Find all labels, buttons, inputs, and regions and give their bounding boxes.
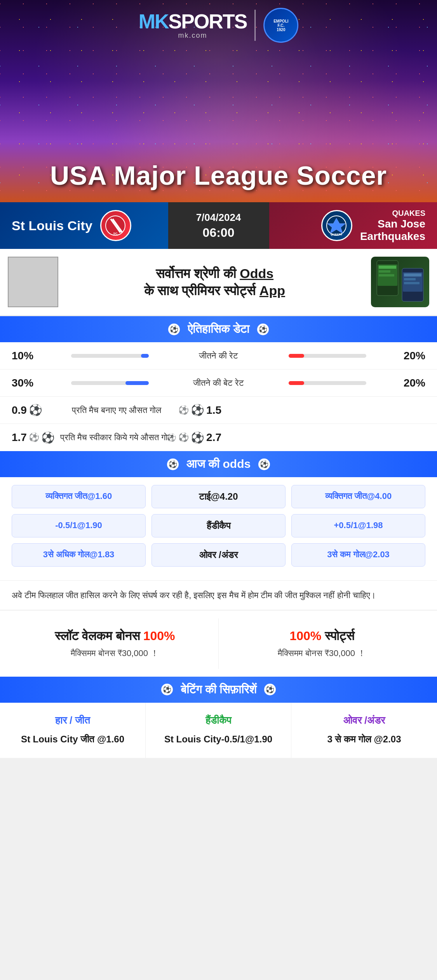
- svg-rect-10: [379, 270, 390, 273]
- odds-home-win[interactable]: व्यक्तिगत जीत@1.60: [12, 485, 146, 508]
- rec-value-ou: 3 से कम गोल @2.03: [299, 732, 429, 746]
- svg-rect-15: [404, 278, 416, 280]
- svg-rect-14: [404, 273, 421, 276]
- away-team-logo: QUAKES: [321, 210, 352, 241]
- svg-rect-11: [379, 274, 394, 276]
- notice-text: अवे टीम फिलहाल जीत हासिल करने के लिए संघ…: [0, 580, 437, 610]
- rec-type-ou: ओवर /अंडर: [299, 714, 429, 726]
- stat-home-goals-made: 0.9 ⚽: [12, 404, 58, 416]
- odds-row-ou: 3से अधिक गोल@1.83 ओवर /अंडर 3से कम गोल@2…: [12, 543, 425, 567]
- svg-text:QUAKES: QUAKES: [331, 233, 342, 236]
- rec-cell-win: हार / जीत St Louis City जीत @1.60: [0, 703, 146, 758]
- odds-ball-icon-left: ⚽: [167, 458, 179, 470]
- odds-ou-label: ओवर /अंडर: [151, 543, 286, 567]
- home-team-logo: SC: [100, 210, 131, 241]
- rec-value-handicap: St Louis City-0.5/1@1.90: [153, 732, 283, 746]
- match-center: 7/04/2024 06:00: [168, 202, 269, 249]
- stat-row-goals-conceded: 1.7 ⚽ ⚽ प्रति मैच स्वीकार किये गये औसत ग…: [0, 424, 437, 451]
- bar-fill-home-win: [141, 354, 149, 358]
- rec-grid: हार / जीत St Louis City जीत @1.60 हैंडीक…: [0, 703, 437, 758]
- match-header: St Louis City SC 7/04/2024 06:00 QUAKES …: [0, 202, 437, 249]
- stat-home-bet-rate: 30%: [12, 377, 58, 389]
- odds-section-content: व्यक्तिगत जीत@1.60 टाई@4.20 व्यक्तिगत जी…: [0, 477, 437, 580]
- rec-ball-icon-right: ⚽: [264, 684, 276, 695]
- svg-rect-16: [404, 282, 420, 284]
- stat-bar-away-win: [277, 354, 379, 358]
- ball-icon-away-2c: ⚽: [191, 431, 204, 444]
- odds-handicap-label: हैंडीकैप: [151, 514, 286, 537]
- odds-row-handicap: -0.5/1@1.90 हैंडीकैप +0.5/1@1.98: [12, 514, 425, 537]
- stat-row-bet-rate: 30% जीतने की बेट रेट 20%: [0, 369, 437, 397]
- rec-cell-handicap: हैंडीकैप St Louis City-0.5/1@1.90: [146, 703, 291, 758]
- rec-cell-ou: ओवर /अंडर 3 से कम गोल @2.03: [291, 703, 437, 758]
- away-team-section: QUAKES QUAKES San JoseEarthquakes: [269, 202, 437, 249]
- match-time: 06:00: [203, 226, 235, 240]
- ball-icon-away-1b: ⚽: [191, 404, 204, 416]
- odds-over[interactable]: 3से अधिक गोल@1.83: [12, 543, 146, 567]
- rec-section-header: ⚽ बेटिंग की सिफ़ारिशें ⚽: [0, 677, 437, 703]
- bonus-sports-card[interactable]: 100% स्पोर्ट्स मैक्सिमम बोनस ₹30,000 ！: [219, 618, 426, 669]
- soccer-ball-icon-left: ⚽: [168, 324, 180, 335]
- stat-away-bet-rate: 20%: [379, 377, 425, 389]
- rec-type-win: हार / जीत: [8, 714, 138, 726]
- odds-section-header: ⚽ आज की odds ⚽: [0, 451, 437, 477]
- stat-bar-home-win: [58, 354, 160, 358]
- stat-home-goals-conceded: 1.7 ⚽ ⚽: [12, 431, 58, 444]
- odds-row-win: व्यक्तिगत जीत@1.60 टाई@4.20 व्यक्तिगत जी…: [12, 485, 425, 508]
- odds-under[interactable]: 3से कम गोल@2.03: [291, 543, 425, 567]
- ball-icon-away-2a: ⚽: [167, 433, 176, 442]
- stats-section: 10% जीतने की रेट 20% 30% जीतने की बेट रे…: [0, 342, 437, 451]
- rec-value-win: St Louis City जीत @1.60: [8, 732, 138, 746]
- historical-section-header: ⚽ ऐतिहासिक डेटा ⚽: [0, 316, 437, 342]
- away-team-short: QUAKES: [360, 209, 425, 218]
- rec-title: बेटिंग की सिफ़ारिशें: [181, 683, 257, 696]
- stat-home-win-rate: 10%: [12, 350, 58, 362]
- app-mockup: [371, 257, 429, 307]
- ball-icon-away-2b: ⚽: [178, 432, 189, 443]
- svg-rect-9: [379, 266, 396, 269]
- bonus-slot-card[interactable]: स्लॉट वेलकम बोनस 100% मैक्सिमम बोनस ₹30,…: [12, 618, 219, 669]
- odds-home-handicap[interactable]: -0.5/1@1.90: [12, 514, 146, 537]
- ball-icon-home-1: ⚽: [29, 404, 42, 416]
- ad-banner: सर्वोत्तम श्रेणी की Odds के साथ प्रीमियर…: [0, 249, 437, 316]
- home-team-name: St Louis City: [12, 218, 92, 233]
- notice-content: अवे टीम फिलहाल जीत हासिल करने के लिए संघ…: [12, 590, 376, 600]
- home-team-section: St Louis City SC: [0, 202, 168, 249]
- stat-away-win-rate: 20%: [379, 350, 425, 362]
- ball-icon-home-2b: ⚽: [41, 431, 55, 444]
- stat-label-goals-conceded: प्रति मैच स्वीकार किये गये औसत गोल: [58, 432, 175, 443]
- bar-fill-away-bet: [289, 381, 304, 385]
- rec-type-handicap: हैंडीकैप: [153, 714, 283, 726]
- odds-away-handicap[interactable]: +0.5/1@1.98: [291, 514, 425, 537]
- stat-bar-home-bet: [58, 381, 160, 385]
- bonus-sports-subtitle: मैक्सिमम बोनस ₹30,000 ！: [226, 648, 418, 659]
- bar-fill-home-bet: [125, 381, 149, 385]
- svg-text:SC: SC: [113, 232, 118, 235]
- bonus-slot-subtitle: मैक्सिमम बोनस ₹30,000 ！: [19, 648, 211, 659]
- match-date: 7/04/2024: [196, 212, 241, 224]
- ad-logo: [8, 257, 58, 307]
- rec-content: हार / जीत St Louis City जीत @1.60 हैंडीक…: [0, 703, 437, 758]
- bonus-slot-title: स्लॉट वेलकम बोनस 100%: [19, 628, 211, 644]
- soccer-ball-icon-right: ⚽: [257, 324, 269, 335]
- historical-title: ऐतिहासिक डेटा: [188, 322, 249, 336]
- ball-icon-away-1a: ⚽: [178, 405, 189, 415]
- hero-title: USA Major League Soccer: [0, 160, 437, 191]
- stat-label-bet-rate: जीतने की बेट रेट: [160, 378, 277, 388]
- stat-label-win-rate: जीतने की रेट: [160, 351, 277, 361]
- stat-label-goals-made: प्रति मैच बनाए गए औसत गोल: [58, 405, 175, 415]
- bonus-sports-title: 100% स्पोर्ट्स: [226, 628, 418, 644]
- odds-away-win[interactable]: व्यक्तिगत जीत@4.00: [291, 485, 425, 508]
- stat-away-goals-made: ⚽ ⚽ 1.5: [175, 404, 221, 416]
- stat-row-goals-made: 0.9 ⚽ प्रति मैच बनाए गए औसत गोल ⚽ ⚽ 1.5: [0, 397, 437, 424]
- odds-tie[interactable]: टाई@4.20: [151, 485, 286, 508]
- stat-away-goals-conceded: ⚽ ⚽ ⚽ 2.7: [175, 431, 221, 444]
- hero-section: MKSPORTS mk.com EMPOLIF.C.1920 USA Major…: [0, 0, 437, 202]
- away-team-name: San JoseEarthquakes: [360, 218, 425, 243]
- stat-row-win-rate: 10% जीतने की रेट 20%: [0, 342, 437, 369]
- ad-title: सर्वोत्तम श्रेणी की Odds के साथ प्रीमियर…: [66, 265, 363, 299]
- bonus-section: स्लॉट वेलकम बोनस 100% मैक्सिमम बोनस ₹30,…: [0, 610, 437, 677]
- bar-fill-away-win: [289, 354, 304, 358]
- odds-ball-icon-right: ⚽: [258, 458, 270, 470]
- odds-title: आज की odds: [186, 457, 251, 471]
